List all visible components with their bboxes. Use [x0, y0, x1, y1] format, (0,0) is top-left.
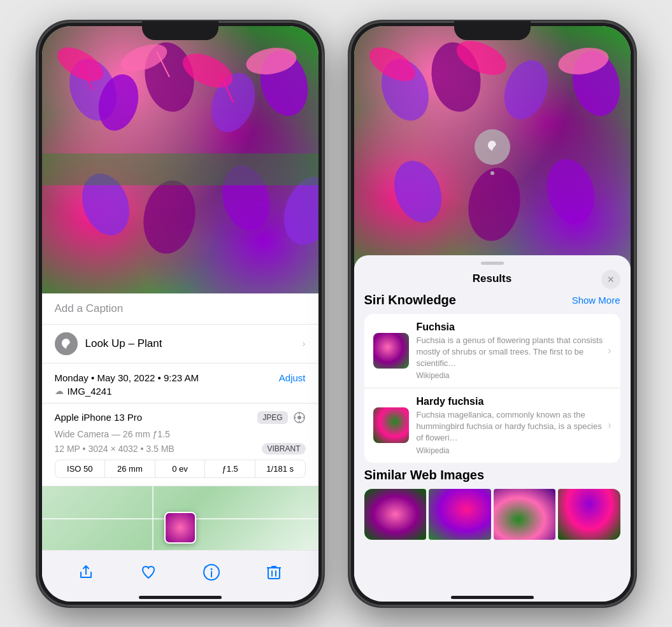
fuchsia-thumb: [373, 333, 409, 369]
info-button[interactable]: ✦: [197, 558, 225, 586]
fuchsia-thumb-img: [373, 333, 409, 369]
caption-placeholder[interactable]: Add a Caption: [55, 302, 124, 314]
hardy-chevron: ›: [608, 419, 611, 431]
map-photo-thumb: [164, 512, 196, 544]
knowledge-card: Fuchsia Fuchsia is a genus of flowering …: [364, 314, 620, 463]
svg-point-38: [386, 154, 450, 229]
delete-button[interactable]: [260, 558, 288, 586]
lookup-icon: [55, 332, 78, 355]
location-icon: [293, 411, 306, 424]
similar-img-4[interactable]: [558, 489, 620, 540]
similar-section: Similar Web Images: [364, 468, 620, 540]
hardy-source: Wikipedia: [417, 446, 603, 455]
flower-image-right: [354, 26, 631, 268]
phones-container: Add a Caption Look Up – Plant ›: [37, 21, 636, 607]
toolbar: ✦: [42, 550, 318, 602]
caption-area[interactable]: Add a Caption: [42, 293, 318, 325]
favorite-button[interactable]: [134, 558, 162, 586]
hardy-thumb-img: [373, 407, 409, 443]
left-content: Add a Caption Look Up – Plant ›: [42, 26, 318, 602]
similar-images-row: [364, 489, 620, 540]
show-more-button[interactable]: Show More: [572, 295, 620, 306]
camera-badges: JPEG: [257, 411, 305, 424]
specs-row: 12 MP • 3024 × 4032 • 3.5 MB VIBRANT: [55, 443, 306, 454]
format-badge: JPEG: [257, 411, 287, 424]
share-button[interactable]: [72, 558, 100, 586]
date-row: Monday • May 30, 2022 • 9:23 AM Adjust: [55, 372, 306, 383]
similar-title: Similar Web Images: [364, 468, 620, 483]
flower-decoration: [42, 26, 318, 293]
right-notch: [454, 21, 531, 40]
exif-row: ISO 50 26 mm 0 ev ƒ1.5 1/181 s: [55, 460, 306, 478]
lens-text: Wide Camera — 26 mm ƒ1.5: [55, 429, 170, 439]
exif-focal: 26 mm: [105, 460, 155, 477]
visual-lookup-button[interactable]: [475, 129, 510, 165]
similar-img-1[interactable]: [364, 489, 427, 540]
lookup-row[interactable]: Look Up – Plant ›: [42, 325, 318, 363]
cloud-icon: ☁: [55, 386, 64, 396]
svg-rect-16: [42, 153, 318, 185]
hardy-fuchsia-item[interactable]: Hardy fuchsia Fuchsia magellanica, commo…: [364, 388, 620, 463]
similar-img-2[interactable]: [429, 489, 491, 540]
home-indicator-right: [451, 596, 534, 599]
exif-aperture: ƒ1.5: [205, 460, 255, 477]
visual-lookup-icon: [483, 138, 501, 156]
siri-knowledge-title: Siri Knowledge: [364, 293, 456, 307]
vlu-dot: [490, 171, 494, 175]
fuchsia-name: Fuchsia: [417, 321, 603, 333]
sparkle-info-icon: ✦: [203, 563, 220, 581]
home-indicator-left: [139, 596, 222, 599]
similar-img-3[interactable]: [494, 489, 556, 540]
metadata-section: Monday • May 30, 2022 • 9:23 AM Adjust ☁…: [42, 363, 318, 404]
lens-row: Wide Camera — 26 mm ƒ1.5: [55, 429, 306, 439]
exif-iso: ISO 50: [55, 460, 106, 477]
fuchsia-item[interactable]: Fuchsia Fuchsia is a genus of flowering …: [364, 314, 620, 389]
fuchsia-chevron: ›: [608, 345, 611, 356]
svg-point-10: [138, 176, 201, 257]
fuchsia-desc: Fuchsia is a genus of flowering plants t…: [417, 335, 603, 370]
hardy-name: Hardy fuchsia: [417, 396, 603, 407]
map-background: [42, 486, 318, 550]
flower-image-left: [42, 26, 318, 293]
svg-rect-27: [268, 568, 280, 579]
results-close-button[interactable]: ✕: [601, 270, 620, 289]
heart-icon: [141, 565, 156, 580]
svg-text:✦: ✦: [204, 565, 207, 569]
adjust-button[interactable]: Adjust: [279, 372, 306, 383]
svg-point-18: [297, 416, 301, 419]
lookup-subject: Plant: [138, 337, 162, 349]
hardy-desc: Fuchsia magellanica, commonly known as t…: [417, 409, 603, 444]
close-icon: ✕: [607, 274, 615, 285]
results-header: Results ✕: [354, 265, 631, 290]
exif-ev: 0 ev: [155, 460, 206, 477]
results-content[interactable]: Siri Knowledge Show More Fuchsia: [354, 290, 631, 602]
exif-shutter: 1/181 s: [255, 460, 305, 477]
left-phone: Add a Caption Look Up – Plant ›: [37, 21, 324, 607]
camera-row: Apple iPhone 13 Pro JPEG: [55, 411, 306, 424]
notch: [142, 21, 218, 40]
share-icon: [78, 565, 94, 580]
left-screen: Add a Caption Look Up – Plant ›: [42, 26, 318, 602]
camera-model: Apple iPhone 13 Pro: [55, 412, 143, 423]
map-section[interactable]: [42, 486, 318, 550]
results-title: Results: [473, 272, 511, 285]
lookup-label: Look Up – Plant: [85, 337, 162, 350]
specs-text: 12 MP • 3024 × 4032 • 3.5 MB: [55, 444, 175, 454]
fuchsia-source: Wikipedia: [417, 371, 603, 380]
lookup-chevron: ›: [302, 338, 305, 349]
svg-point-24: [210, 568, 212, 570]
right-content: Results ✕ Siri Knowledge Show More: [354, 26, 631, 602]
trash-icon: [267, 565, 281, 580]
right-phone: Results ✕ Siri Knowledge Show More: [349, 21, 636, 607]
filename-text: IMG_4241: [68, 386, 112, 397]
svg-point-40: [540, 153, 601, 229]
lookup-prefix: Look Up –: [85, 337, 135, 349]
right-screen: Results ✕ Siri Knowledge Show More: [354, 26, 631, 602]
camera-section: Apple iPhone 13 Pro JPEG: [42, 404, 318, 486]
map-photo-inner: [166, 513, 195, 542]
fuchsia-text: Fuchsia Fuchsia is a genus of flowering …: [417, 321, 603, 381]
siri-knowledge-header: Siri Knowledge Show More: [364, 293, 620, 307]
date-text: Monday • May 30, 2022 • 9:23 AM: [55, 372, 199, 383]
results-panel: Results ✕ Siri Knowledge Show More: [354, 255, 631, 602]
filename-row: ☁ IMG_4241: [55, 386, 306, 397]
